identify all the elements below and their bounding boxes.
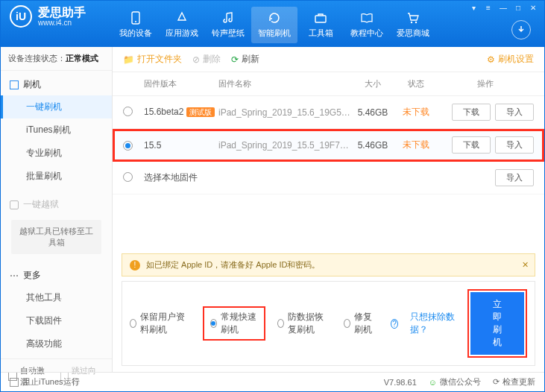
close-icon[interactable]: ✕	[522, 260, 529, 270]
check-update-link[interactable]: ⟳ 检查更新	[493, 376, 535, 388]
statusbar: 阻止iTunes运行 V7.98.61 ☺ 微信公众号 ⟳ 检查更新	[1, 372, 544, 391]
import-button[interactable]: 导入	[495, 104, 534, 121]
app-logo: iU 爱思助手 www.i4.cn	[1, 1, 93, 28]
row-radio[interactable]	[123, 141, 133, 151]
win-lines-icon[interactable]: ≡	[482, 2, 495, 13]
app-site: www.i4.cn	[38, 19, 86, 27]
update-icon: ⟳	[493, 377, 500, 387]
window-controls: ▾ ≡ — □ ✕	[467, 2, 540, 13]
sidebar-item-itunes-flash[interactable]: iTunes刷机	[1, 118, 112, 142]
sidebar-item-pro-flash[interactable]: 专业刷机	[1, 142, 112, 165]
logo-icon: iU	[10, 5, 32, 28]
gear-icon: ⚙	[487, 54, 495, 65]
block-itunes-checkbox[interactable]: 阻止iTunes运行	[10, 376, 80, 388]
firmware-state: 未下载	[395, 139, 437, 151]
refresh-button[interactable]: ⟳ 刷新	[231, 53, 259, 66]
svg-point-1	[135, 21, 136, 22]
delete-button[interactable]: ⊘ 删除	[192, 53, 221, 66]
table-header: 固件版本 固件名称 大小 状态 操作	[113, 72, 544, 96]
toolbox-icon	[313, 10, 328, 25]
phone-icon	[128, 10, 143, 25]
top-nav: 我的设备 应用游戏 铃声壁纸 智能刷机 工具箱 教程中心	[113, 7, 436, 43]
sidebar-group-flash[interactable]: 刷机	[1, 74, 112, 95]
col-name: 固件名称	[218, 78, 350, 89]
cart-icon	[406, 10, 420, 25]
sidebar-item-download-fw[interactable]: 下载固件	[1, 309, 112, 332]
titlebar: iU 爱思助手 www.i4.cn 我的设备 应用游戏 铃声壁纸 智能刷机	[1, 1, 544, 47]
import-button[interactable]: 导入	[495, 169, 534, 186]
firmware-name: iPad_Spring_2019_15.6_19G5037d_Restore.i…	[218, 107, 350, 118]
table-row[interactable]: 15.5 iPad_Spring_2019_15.5_19F77_Restore…	[113, 129, 544, 162]
sidebar-group-jailbreak[interactable]: 一键越狱	[1, 194, 112, 215]
row-radio[interactable]	[123, 107, 133, 116]
nav-my-device[interactable]: 我的设备	[113, 7, 159, 43]
table-row[interactable]: 15.6beta2测试版 iPad_Spring_2019_15.6_19G50…	[113, 96, 544, 129]
appleid-alert: ! 如已绑定 Apple ID，请准备好 Apple ID和密码。 ✕	[122, 253, 535, 276]
sidebar: 设备连接状态：正常模式 刷机 一键刷机 iTunes刷机 专业刷机 批量刷机 一…	[1, 47, 113, 372]
choice-normal-flash[interactable]: 常规快速刷机	[203, 306, 265, 341]
nav-toolbox[interactable]: 工具箱	[297, 7, 344, 43]
nav-flash[interactable]: 智能刷机	[251, 7, 297, 43]
win-close-icon[interactable]: ✕	[526, 2, 540, 13]
download-button[interactable]: 下载	[452, 136, 491, 154]
win-maximize-icon[interactable]: □	[511, 2, 525, 13]
flash-mode-choices: 保留用户资料刷机 常规快速刷机 防数据恢复刷机 修复刷机 ? 只想抹除数据？ 立…	[122, 281, 535, 366]
sidebar-item-other-tools[interactable]: 其他工具	[1, 286, 112, 309]
firmware-name: iPad_Spring_2019_15.5_19F77_Restore.ipsw	[218, 140, 350, 151]
alert-text: 如已绑定 Apple ID，请准备好 Apple ID和密码。	[146, 259, 321, 271]
choice-anti-recovery[interactable]: 防数据恢复刷机	[277, 311, 332, 336]
firmware-size: 5.46GB	[350, 140, 395, 151]
firmware-state: 未下载	[395, 106, 437, 118]
nav-tutorials[interactable]: 教程中心	[344, 7, 390, 43]
toolbar: 📁 打开文件夹 ⊘ 删除 ⟳ 刷新 ⚙ 刷机设置	[113, 47, 544, 72]
connection-status: 设备连接状态：正常模式	[1, 47, 112, 71]
book-icon	[359, 10, 374, 25]
app-title: 爱思助手	[38, 7, 86, 19]
download-manager-icon[interactable]	[511, 20, 531, 39]
wechat-icon: ☺	[429, 378, 437, 387]
nav-store[interactable]: 爱思商城	[390, 7, 436, 43]
col-size: 大小	[350, 78, 395, 89]
nav-ringtones[interactable]: 铃声壁纸	[205, 7, 251, 43]
beta-tag: 测试版	[186, 107, 215, 117]
choice-keep-data[interactable]: 保留用户资料刷机	[130, 311, 191, 336]
table-row-local[interactable]: 选择本地固件 导入	[113, 162, 544, 195]
nav-apps[interactable]: 应用游戏	[159, 7, 205, 43]
info-icon[interactable]: ?	[391, 319, 398, 329]
apps-icon	[174, 10, 189, 25]
choice-repair-flash[interactable]: 修复刷机	[344, 311, 379, 336]
refresh-icon: ⟳	[231, 54, 239, 65]
more-icon: ⋯	[10, 271, 19, 281]
flash-now-button[interactable]: 立即刷机	[470, 292, 524, 355]
sidebar-item-advanced[interactable]: 高级功能	[1, 332, 112, 355]
sidebar-item-oneclick-flash[interactable]: 一键刷机	[1, 95, 112, 118]
import-button[interactable]: 导入	[495, 136, 534, 154]
delete-icon: ⊘	[192, 54, 200, 65]
svg-point-4	[415, 22, 417, 23]
main-panel: 📁 打开文件夹 ⊘ 删除 ⟳ 刷新 ⚙ 刷机设置	[113, 47, 544, 372]
jailbreak-note: 越狱工具已转移至工具箱	[11, 220, 101, 254]
svg-rect-2	[315, 16, 326, 22]
win-minimize-icon[interactable]: —	[497, 2, 510, 13]
wechat-link[interactable]: ☺ 微信公众号	[429, 376, 481, 388]
flash-icon	[267, 10, 282, 25]
sidebar-item-batch-flash[interactable]: 批量刷机	[1, 165, 112, 188]
svg-point-3	[411, 22, 412, 23]
lock-icon	[10, 200, 19, 209]
win-menu-icon[interactable]: ▾	[467, 2, 480, 13]
col-ops: 操作	[437, 78, 534, 89]
flash-now-highlight: 立即刷机	[467, 289, 527, 358]
square-icon	[10, 80, 19, 89]
erase-only-link[interactable]: 只想抹除数据？	[410, 311, 456, 336]
flash-settings-button[interactable]: ⚙ 刷机设置	[487, 53, 534, 66]
music-icon	[221, 10, 236, 25]
download-button[interactable]: 下载	[452, 104, 491, 121]
warning-icon: !	[130, 260, 140, 271]
firmware-size: 5.46GB	[350, 107, 395, 118]
row-radio[interactable]	[123, 172, 133, 182]
col-state: 状态	[395, 78, 437, 89]
sidebar-group-more[interactable]: ⋯ 更多	[1, 265, 112, 286]
app-version: V7.98.61	[384, 378, 417, 387]
open-folder-button[interactable]: 📁 打开文件夹	[123, 53, 182, 66]
col-version: 固件版本	[144, 78, 218, 89]
